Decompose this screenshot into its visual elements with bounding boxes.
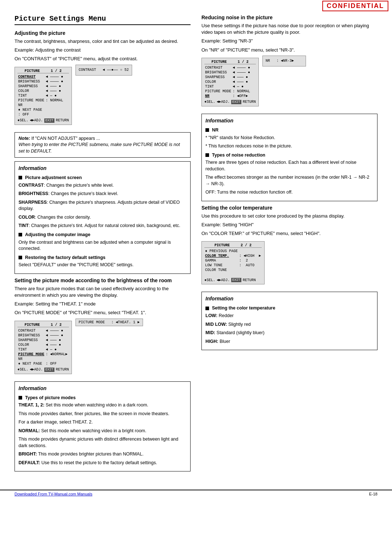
black-square-3 <box>19 256 22 259</box>
info-contrast: CONTRAST: Changes the picture's white le… <box>19 182 187 189</box>
menu4-nav: ♦SEL.◄►ADJ.EXITRETURN <box>204 278 262 282</box>
info-color-high: HIGH: Bluer <box>205 339 373 345</box>
exit-btn-4: EXIT <box>231 278 241 282</box>
info-theat-desc1: This mode provides darker, finer picture… <box>19 411 187 417</box>
color-temp-example-label: Example: Setting "HIGH" <box>201 222 377 228</box>
menu1-container: PICTURE 1 / 2 CONTRAST◄ ———— ● BRIGHTNES… <box>15 65 191 127</box>
info-tint: TINT: Changes the picture's tint. Adjust… <box>19 223 187 229</box>
info-color-mid: MID: Standard (slightly bluer) <box>205 330 373 336</box>
info-normal: NORMAL: Set this mode when watching vide… <box>19 428 187 434</box>
info-box4-title: Information <box>205 295 373 303</box>
section-reducing-noise: Reducing noise in the picture Use these … <box>201 15 377 109</box>
reducing-noise-body: Use these settings if the picture has no… <box>201 23 377 36</box>
menu4-screenshot: PICTURE 2 / 2 ♦ PREVIOUS PAGE COLOR TEMP… <box>201 241 265 284</box>
info-color-mid-low: MID LOW: Slightly red <box>205 321 373 328</box>
info-heading-picture-adjustment: Picture adjustment screen <box>19 174 187 181</box>
left-column: Picture Settings Menu Adjusting the pict… <box>15 15 191 475</box>
page-title: Picture Settings Menu <box>15 15 191 25</box>
exit-btn-2: EXIT <box>44 368 54 372</box>
color-temp-body: Use this procedure to set color tone pro… <box>201 213 377 219</box>
menu3-container: PICTURE 1 / 2 CONTRAST◄ ———— ● BRIGHTNES… <box>201 56 377 109</box>
exit-btn-1: EXIT <box>44 118 54 123</box>
menu1-title: PICTURE 1 / 2 <box>17 69 69 73</box>
info-color: COLOR: Changes the color density. <box>19 214 187 221</box>
page-number-left: E-18 <box>369 492 377 496</box>
info-theat-desc2: For a darker image, select THEAT. 2. <box>19 419 187 426</box>
info-box-3: Information NR * "NR" stands for Noise R… <box>201 114 377 201</box>
black-square-1 <box>19 176 22 179</box>
menu3-nav: ♦SEL.◄►ADJ.EXITRETURN <box>204 100 256 104</box>
menu3-screenshot: PICTURE 1 / 2 CONTRAST◄ ———— ● BRIGHTNES… <box>201 58 259 106</box>
adjusting-example-body: On "CONTRAST" of "PICTURE" menu, adjust … <box>15 56 191 62</box>
menu3-title: PICTURE 1 / 2 <box>204 60 256 64</box>
menu2-container: PICTURE 1 / 2 CONTRAST◄ ———— ● BRIGHTNES… <box>15 319 191 376</box>
info-color-low: LOW: Redder <box>205 313 373 319</box>
picture-mode-title: Setting the picture mode according to th… <box>15 278 191 283</box>
black-square-4 <box>19 396 22 400</box>
menu1-row-contrast: CONTRAST <box>17 74 45 79</box>
menu4-title: PICTURE 2 / 2 <box>204 243 262 248</box>
black-square-7 <box>205 307 209 310</box>
info-default: DEFAULT: Use this to reset the picture t… <box>19 460 187 466</box>
info-heading-nr: NR <box>205 127 373 134</box>
footer-link[interactable]: Downloaded From TV-Manual.com Manuals <box>15 492 92 496</box>
info-box-4: Information Setting the color temperatur… <box>201 292 377 350</box>
black-square-6 <box>205 153 209 157</box>
picture-mode-example-body: On "PICTURE MODE" of "PICTURE" menu, sel… <box>15 309 191 316</box>
note-text2: When trying to enter the PICTURE submenu… <box>19 142 180 154</box>
right-column: Reducing noise in the picture Use these … <box>201 15 377 475</box>
adjusting-picture-body: The contrast, brightness, sharpness, col… <box>15 38 191 45</box>
info-bright: BRIGHT: This mode provides brighter pict… <box>19 451 187 458</box>
info-box3-title: Information <box>205 117 373 125</box>
info-nr-1: * "NR" stands for Noise Reduction. <box>205 135 373 141</box>
info-factory-text: Select "DEFAULT" under the "PICTURE MODE… <box>19 262 187 268</box>
info-sharpness: SHARPNESS: Changes the picture's sharpne… <box>19 199 187 212</box>
info-heading-color-temp: Setting the color temperature <box>205 305 373 312</box>
note-text1: If "CAN NOT ADJUST" appears ... <box>31 136 100 141</box>
info-box-2: Information Types of picture modes THEAT… <box>15 381 191 472</box>
info-computer-text: Only the contrast and brightness can be … <box>19 239 187 252</box>
adjusting-example-label: Example: Adjusting the contrast <box>15 47 191 53</box>
info-heading-noise-types: Types of noise reduction <box>205 152 373 159</box>
info-box1-title: Information <box>19 165 187 172</box>
menu1-nav: ♦SEL.◄►ADJ.EXITRETURN <box>17 118 69 123</box>
black-square-5 <box>205 128 209 132</box>
menu1-right-box: CONTRAST ◄ ——●—— ○ 52 <box>75 65 132 76</box>
confidential-banner: CONFIDENTIAL <box>322 1 388 11</box>
section-picture-mode: Setting the picture mode according to th… <box>15 278 191 376</box>
picture-mode-body: There are four picture modes that can be… <box>15 285 191 299</box>
page-footer: Downloaded From TV-Manual.com Manuals E-… <box>0 490 392 498</box>
menu4-container: PICTURE 2 / 2 ♦ PREVIOUS PAGE COLOR TEMP… <box>201 239 377 287</box>
info-heading-factory: Restoring the factory default settings <box>19 254 187 261</box>
menu2-screenshot: PICTURE 1 / 2 CONTRAST◄ ———— ● BRIGHTNES… <box>15 321 72 374</box>
info-nr-2: * This function reduces noise in the pic… <box>205 143 373 150</box>
note-label: Note: <box>19 136 30 141</box>
info-noise-types-3: OFF: Turns the noise reduction function … <box>205 189 373 196</box>
menu2-nav: ♦SEL.◄►ADJ.EXITRETURN <box>17 368 69 372</box>
info-heading-picture-modes: Types of picture modes <box>19 394 187 401</box>
info-box-1: Information Picture adjustment screen CO… <box>15 161 191 274</box>
reducing-noise-example-body: On "NR" of "PICTURE" menu, select "NR-3"… <box>201 47 377 53</box>
info-brightness: BRIGHTNESS: Changes the picture's black … <box>19 191 187 197</box>
note-box: Note: If "CAN NOT ADJUST" appears ... Wh… <box>15 132 191 158</box>
info-noise-types-2: The effect becomes stronger as the numbe… <box>205 174 373 187</box>
section-adjusting-picture: Adjusting the picture The contrast, brig… <box>15 30 191 127</box>
black-square-2 <box>19 233 22 236</box>
menu2-title: PICTURE 1 / 2 <box>17 323 69 327</box>
picture-mode-example-label: Example: Setting the "THEAT. 1" mode <box>15 301 191 307</box>
info-heading-computer: Adjusting the computer image <box>19 231 187 238</box>
info-box2-title: Information <box>19 385 187 392</box>
color-temp-title: Setting the color temperature <box>201 205 377 211</box>
menu3-right-box: NR : ◄NR-3► <box>262 56 306 66</box>
color-temp-example-body: On "COLOR TEMP." of "PICTURE" menu, sele… <box>201 230 377 237</box>
info-theat12: THEAT. 1, 2: Set this mode when watching… <box>19 402 187 409</box>
info-normal-desc: This mode provides dynamic pictures with… <box>19 436 187 449</box>
menu1-screenshot: PICTURE 1 / 2 CONTRAST◄ ———— ● BRIGHTNES… <box>15 67 72 125</box>
exit-btn-3: EXIT <box>231 100 241 104</box>
section-color-temperature: Setting the color temperature Use this p… <box>201 205 377 287</box>
info-noise-types-1: There are three types of noise reduction… <box>205 159 373 172</box>
adjusting-picture-title: Adjusting the picture <box>15 30 191 36</box>
reducing-noise-example-label: Example: Setting "NR-3" <box>201 38 377 44</box>
reducing-noise-title: Reducing noise in the picture <box>201 15 377 20</box>
menu2-right-box: PICTURE MODE : ◄THEAT. 1 ► <box>75 319 143 326</box>
